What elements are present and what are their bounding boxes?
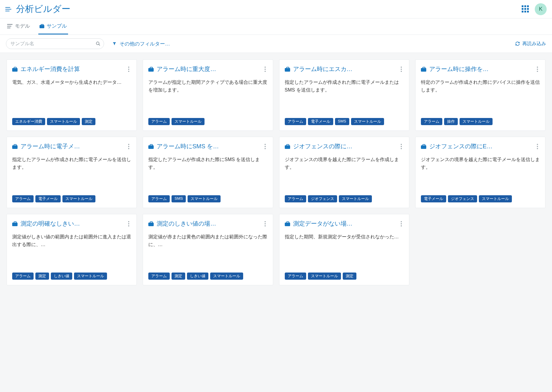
- more-vertical-icon: [401, 67, 402, 72]
- more-vertical-icon: [401, 144, 402, 149]
- more-options-button[interactable]: [399, 143, 404, 150]
- tag[interactable]: アラーム: [421, 118, 442, 125]
- card-title-wrap: アラーム時にエスカ…: [285, 65, 399, 73]
- search-input[interactable]: [6, 38, 104, 49]
- filter-label: その他のフィルター…: [119, 40, 170, 47]
- sample-card[interactable]: ジオフェンスの際にE…ジオフェンスの境界を越えた際に電子メールを送信します。電子…: [415, 137, 545, 208]
- card-tags: アラームSMSスマートルール: [148, 195, 267, 202]
- sample-card[interactable]: アラーム時に操作を…特定のアラームが作成された際にデバイスに操作を送信します。ア…: [415, 59, 545, 131]
- tag[interactable]: しきい値: [51, 273, 72, 280]
- more-vertical-icon: [128, 221, 129, 226]
- search-wrap: [6, 38, 104, 49]
- tag[interactable]: ジオフェンス: [308, 195, 337, 202]
- more-vertical-icon: [128, 144, 129, 149]
- sample-card[interactable]: アラーム時にエスカ…指定したアラームが作成された際に電子メールまたはSMS を送…: [279, 59, 409, 131]
- tag[interactable]: スマートルール: [172, 118, 205, 125]
- tag[interactable]: アラーム: [148, 118, 170, 125]
- more-options-button[interactable]: [263, 66, 268, 73]
- tag[interactable]: 測定: [35, 273, 49, 280]
- more-options-button[interactable]: [263, 221, 268, 227]
- menu-toggle-icon[interactable]: [5, 6, 12, 12]
- tag[interactable]: 測定: [172, 273, 185, 280]
- sample-card[interactable]: 測定のしきい値の場…測定値が赤または黄色の範囲内または範囲外になった際に、…アラ…: [143, 214, 273, 285]
- more-options-button[interactable]: [535, 66, 540, 73]
- sample-card[interactable]: アラーム時にSMS を…指定したアラームが作成された際にSMS を送信します。ア…: [143, 137, 273, 208]
- svg-point-30: [265, 223, 266, 224]
- tag[interactable]: アラーム: [12, 273, 34, 280]
- card-tags: 電子メールジオフェンススマートルール: [421, 195, 540, 202]
- apps-grid-icon[interactable]: [522, 5, 529, 13]
- tabs: モデル サンプル: [0, 18, 552, 35]
- card-title-wrap: アラーム時に操作を…: [421, 65, 535, 73]
- more-options-button[interactable]: [399, 66, 404, 73]
- tag[interactable]: 操作: [444, 118, 458, 125]
- tab-model[interactable]: モデル: [6, 18, 31, 34]
- tab-sample[interactable]: サンプル: [38, 18, 68, 34]
- tag[interactable]: 電子メール: [308, 118, 333, 125]
- svg-point-24: [537, 146, 538, 147]
- avatar[interactable]: K: [535, 3, 547, 15]
- card-description: ジオフェンスの境界を越えた際に電子メールを送信します。: [421, 156, 540, 191]
- card-header: アラーム時にエスカ…: [285, 65, 404, 73]
- more-options-button[interactable]: [126, 221, 131, 227]
- tag[interactable]: スマートルール: [188, 195, 221, 202]
- card-tags: アラームスマートルール: [148, 118, 267, 125]
- more-vertical-icon: [265, 67, 266, 72]
- filter-button[interactable]: その他のフィルター…: [112, 40, 170, 47]
- briefcase-icon: [12, 67, 18, 72]
- tag[interactable]: SMS: [335, 118, 349, 125]
- card-header: アラーム時にSMS を…: [148, 142, 267, 150]
- svg-point-22: [401, 148, 402, 149]
- more-options-button[interactable]: [263, 143, 268, 150]
- card-description: 指定した期間、新規測定データが受信されなかった…: [285, 233, 404, 268]
- tag[interactable]: アラーム: [148, 195, 170, 202]
- tag[interactable]: スマートルール: [339, 195, 372, 202]
- card-description: 特定のアラームが作成された際にデバイスに操作を送信します。: [421, 78, 540, 114]
- tag[interactable]: ジオフェンス: [448, 195, 477, 202]
- svg-point-11: [537, 67, 538, 68]
- reload-button[interactable]: 再読み込み: [515, 41, 546, 47]
- tag[interactable]: スマートルール: [62, 195, 95, 202]
- more-vertical-icon: [537, 144, 538, 149]
- tag[interactable]: 電子メール: [35, 195, 61, 202]
- tag[interactable]: エネルギー消費: [12, 118, 45, 125]
- tag[interactable]: しきい値: [187, 273, 208, 280]
- more-options-button[interactable]: [126, 143, 131, 150]
- tag[interactable]: スマートルール: [210, 273, 243, 280]
- more-options-button[interactable]: [399, 221, 404, 227]
- tag[interactable]: スマートルール: [460, 118, 493, 125]
- more-options-button[interactable]: [126, 66, 131, 73]
- card-description: 指定したアラームが作成された際に電子メールまたはSMS を送信します。: [285, 78, 404, 114]
- tag[interactable]: アラーム: [148, 273, 170, 280]
- tag[interactable]: アラーム: [285, 118, 306, 125]
- card-title-wrap: ジオフェンスの際にE…: [421, 142, 535, 150]
- card-header: ジオフェンスの際にE…: [421, 142, 540, 150]
- more-options-button[interactable]: [535, 143, 540, 150]
- card-grid: エネルギー消費を計算電気、ガス、水道メーターから生成されたデータ…エネルギー消費…: [0, 53, 552, 292]
- tag[interactable]: 測定: [343, 273, 356, 280]
- sample-card[interactable]: エネルギー消費を計算電気、ガス、水道メーターから生成されたデータ…エネルギー消費…: [7, 59, 137, 131]
- tag[interactable]: 電子メール: [421, 195, 446, 202]
- reload-label: 再読み込み: [522, 41, 546, 47]
- tag[interactable]: スマートルール: [47, 118, 80, 125]
- tag[interactable]: アラーム: [285, 273, 306, 280]
- tag[interactable]: スマートルール: [308, 273, 341, 280]
- svg-point-3: [128, 69, 129, 70]
- tag[interactable]: SMS: [172, 195, 186, 202]
- briefcase-icon: [285, 144, 290, 149]
- svg-point-33: [401, 223, 402, 224]
- sample-card[interactable]: アラーム時に電子メ…指定したアラームが作成された際に電子メールを送信します。アラ…: [7, 137, 137, 208]
- tag[interactable]: 測定: [82, 118, 95, 125]
- sample-card[interactable]: 測定の明確なしきい…測定値がしきい値の範囲内または範囲外に進入または退出する際に…: [7, 214, 137, 285]
- tag[interactable]: スマートルール: [74, 273, 107, 280]
- svg-point-9: [401, 69, 402, 70]
- card-header: エネルギー消費を計算: [12, 65, 131, 73]
- tag[interactable]: アラーム: [12, 195, 34, 202]
- sample-card[interactable]: アラーム時に重大度…アラームが指定した期間アクティブである場合に重大度を増加しま…: [143, 59, 273, 131]
- tag[interactable]: アラーム: [285, 195, 306, 202]
- sample-card[interactable]: ジオフェンスの際に…ジオフェンスの境界を越えた際にアラームを作成します。アラーム…: [279, 137, 409, 208]
- tag[interactable]: スマートルール: [351, 118, 384, 125]
- sample-card[interactable]: 測定データがない場…指定した期間、新規測定データが受信されなかった…アラームスマ…: [279, 214, 409, 285]
- briefcase-icon: [421, 67, 426, 72]
- tag[interactable]: スマートルール: [479, 195, 512, 202]
